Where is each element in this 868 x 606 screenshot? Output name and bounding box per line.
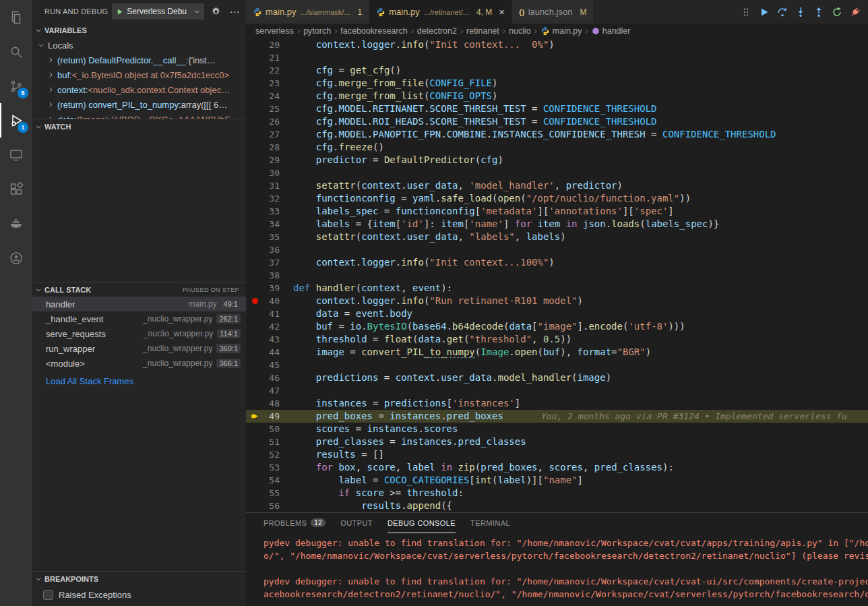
breadcrumb-item[interactable]: retinanet [466, 26, 499, 36]
panel-tab-terminal[interactable]: TERMINAL [470, 513, 510, 533]
gutter-glyph[interactable] [246, 282, 264, 295]
breadcrumb-item[interactable]: detectron2 [417, 26, 457, 36]
gutter-glyph[interactable] [246, 231, 264, 243]
gutter-glyph[interactable] [246, 192, 264, 205]
scope-locals[interactable]: Locals [32, 38, 246, 53]
continue-icon[interactable] [758, 6, 770, 18]
code-line[interactable]: 24 cfg.merge_from_list(CONFIG_OPTS) [246, 90, 868, 102]
code-line[interactable]: 23 cfg.merge_from_file(CONFIG_FILE) [246, 77, 868, 90]
breadcrumb-item[interactable]: handler [592, 26, 631, 36]
code-line[interactable]: 55 if score >= threshold: [246, 487, 868, 499]
breadcrumb-item[interactable]: main.py [540, 26, 582, 36]
editor-tab[interactable]: main.py.../retinanet/...4, M× [369, 0, 512, 24]
breakpoint-item[interactable]: ✓Uncaught Exceptions [32, 603, 246, 606]
gutter-glyph[interactable] [246, 474, 264, 487]
start-debug-icon[interactable] [116, 8, 123, 16]
code-line[interactable]: 28 cfg.freeze() [246, 141, 868, 154]
gutter-glyph[interactable] [246, 218, 264, 231]
gutter-glyph[interactable] [246, 90, 264, 102]
editor-tab[interactable]: {}launch.jsonM [512, 0, 594, 24]
drag-handle-icon[interactable] [740, 6, 752, 18]
code-line[interactable]: 36 [246, 243, 868, 256]
code-line[interactable]: 50 scores = instances.scores [246, 423, 868, 435]
gutter-glyph[interactable] [246, 179, 264, 192]
call-stack-frame[interactable]: handlermain.py49:1 [32, 297, 246, 311]
gutter-glyph[interactable] [246, 371, 264, 384]
code-line[interactable]: 46 predictions = context.user_data.model… [246, 371, 868, 384]
code-line[interactable]: 56 results.append({ [246, 499, 868, 512]
gutter-glyph[interactable] [246, 77, 264, 90]
step-into-icon[interactable] [795, 6, 807, 18]
gutter-glyph[interactable] [246, 384, 264, 397]
variable-row[interactable]: (return) convert_PIL_to_numpy: array([[[… [32, 97, 246, 112]
gutter-glyph[interactable] [246, 461, 264, 474]
editor-tab[interactable]: main.py.../siammask/...1 [246, 0, 369, 24]
gutter-glyph[interactable] [246, 141, 264, 154]
call-stack-frame[interactable]: <module>_nuclio_wrapper.py366:1 [32, 356, 246, 371]
gutter-glyph[interactable] [246, 243, 264, 256]
variable-row[interactable]: data: {'image': 'iVBOR…OKGc=AAAANSUhE… [32, 112, 246, 119]
code-line[interactable]: 41 data = event.body [246, 307, 868, 320]
gutter-glyph[interactable] [246, 487, 264, 499]
variables-header[interactable]: VARIABLES [32, 23, 246, 38]
panel-tab-problems[interactable]: PROBLEMS12 [264, 513, 326, 533]
gutter-glyph[interactable] [246, 166, 264, 179]
code-line[interactable]: 49 pred_boxes = instances.pred_boxesYou,… [246, 410, 868, 423]
restart-icon[interactable] [831, 6, 843, 18]
code-line[interactable]: 53 for box, score, label in zip(pred_box… [246, 461, 868, 474]
debug-console-output[interactable]: pydev debugger: unable to find translati… [246, 533, 868, 606]
code-line[interactable]: 54 label = COCO_CATEGORIES[int(label)]["… [246, 474, 868, 487]
code-line[interactable]: 21 [246, 51, 868, 64]
code-line[interactable]: 26 cfg.MODEL.ROI_HEADS.SCORE_THRESH_TEST… [246, 115, 868, 128]
code-line[interactable]: 38 [246, 269, 868, 282]
code-line[interactable]: 51 pred_classes = instances.pred_classes [246, 435, 868, 448]
more-actions-icon[interactable]: ⋯ [227, 4, 242, 19]
breadcrumb-item[interactable]: serverless [255, 26, 294, 36]
code-line[interactable]: 43 threshold = float(data.get("threshold… [246, 333, 868, 346]
activity-remote-explorer[interactable] [0, 138, 32, 172]
gutter-glyph[interactable] [246, 448, 264, 461]
code-line[interactable]: 42 buf = io.BytesIO(base64.b64decode(dat… [246, 320, 868, 333]
breadcrumb-item[interactable]: facebookresearch [340, 26, 407, 36]
checkbox[interactable] [43, 590, 53, 600]
gutter-glyph[interactable] [246, 423, 264, 435]
close-icon[interactable]: × [499, 7, 505, 17]
debug-config-dropdown[interactable]: Serverless Debu [112, 3, 204, 20]
activity-run-debug[interactable]: 1 [0, 103, 32, 138]
gutter-glyph[interactable] [246, 38, 264, 51]
gutter-glyph[interactable] [246, 333, 264, 346]
code-line[interactable]: 32 functionconfig = yaml.safe_load(open(… [246, 192, 868, 205]
gutter-glyph[interactable] [246, 64, 264, 77]
breakpoints-header[interactable]: BREAKPOINTS [32, 571, 246, 586]
gutter-glyph[interactable] [246, 102, 264, 115]
activity-explorer[interactable] [0, 0, 32, 34]
gutter-glyph[interactable] [246, 320, 264, 333]
gutter-glyph[interactable] [246, 410, 264, 423]
activity-source-control[interactable]: 8 [0, 69, 32, 103]
panel-tab-output[interactable]: OUTPUT [340, 513, 373, 533]
load-all-stack-frames-link[interactable]: Load All Stack Frames [32, 376, 246, 386]
gear-icon[interactable] [208, 4, 223, 19]
code-line[interactable]: 33 labels_spec = functionconfig['metadat… [246, 205, 868, 218]
code-line[interactable]: 25 cfg.MODEL.RETINANET.SCORE_THRESH_TEST… [246, 102, 868, 115]
activity-account[interactable] [0, 241, 32, 275]
code-line[interactable]: 37 context.logger.info("Init context...1… [246, 256, 868, 269]
code-line[interactable]: 44 image = convert_PIL_to_numpy(Image.op… [246, 346, 868, 359]
code-line[interactable]: 30 [246, 166, 868, 179]
gutter-glyph[interactable] [246, 435, 264, 448]
disconnect-icon[interactable] [849, 6, 861, 18]
code-line[interactable]: 47 [246, 384, 868, 397]
gutter-glyph[interactable] [246, 295, 264, 307]
breakpoint-dot-icon[interactable] [252, 298, 258, 304]
gutter-glyph[interactable] [246, 397, 264, 410]
gutter-glyph[interactable] [246, 359, 264, 371]
call-stack-frame[interactable]: run_wrapper_nuclio_wrapper.py360:1 [32, 341, 246, 356]
code-editor[interactable]: 20 context.logger.info("Init context... … [246, 38, 868, 512]
code-line[interactable]: 35 setattr(context.user_data, "labels", … [246, 231, 868, 243]
code-line[interactable]: 39def handler(context, event): [246, 282, 868, 295]
gutter-glyph[interactable] [246, 115, 264, 128]
watch-header[interactable]: WATCH [32, 119, 246, 133]
code-line[interactable]: 27 cfg.MODEL.PANOPTIC_FPN.COMBINE.INSTAN… [246, 128, 868, 141]
activity-docker[interactable] [0, 206, 32, 241]
gutter-glyph[interactable] [246, 499, 264, 512]
